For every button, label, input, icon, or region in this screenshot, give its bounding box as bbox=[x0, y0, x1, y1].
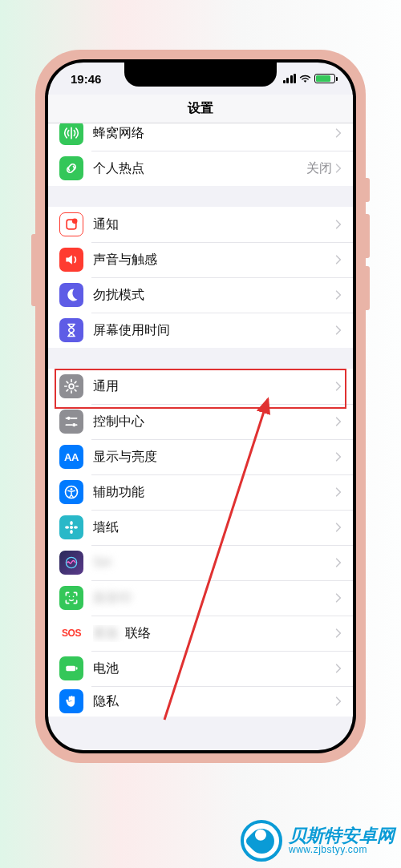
chevron-right-icon bbox=[335, 289, 342, 301]
row-screentime[interactable]: 屏幕使用时间 bbox=[48, 313, 353, 348]
siri-icon bbox=[59, 551, 83, 575]
hourglass-icon bbox=[59, 318, 83, 342]
watermark-logo bbox=[241, 820, 282, 862]
row-label: 隐私 bbox=[93, 693, 335, 710]
row-general[interactable]: 通用 bbox=[48, 369, 353, 404]
svg-point-7 bbox=[70, 526, 73, 529]
row-label: 面容ID bbox=[93, 590, 335, 607]
chevron-right-icon bbox=[335, 219, 342, 230]
row-sounds[interactable]: 声音与触感 bbox=[48, 242, 353, 277]
row-faceid[interactable]: 面容ID bbox=[48, 580, 353, 616]
page-title: 设置 bbox=[188, 100, 213, 117]
row-control-center[interactable]: 控制中心 bbox=[48, 404, 353, 439]
canvas: 19:46 设置 bbox=[0, 0, 401, 868]
row-label: 紧急联络 bbox=[93, 625, 335, 642]
row-label: 勿扰模式 bbox=[93, 287, 335, 304]
row-label: 控制中心 bbox=[93, 414, 335, 430]
svg-point-9 bbox=[70, 530, 73, 534]
chevron-right-icon bbox=[335, 451, 342, 462]
chevron-right-icon bbox=[335, 522, 342, 533]
volume-down-button bbox=[366, 266, 370, 310]
face-id-icon bbox=[59, 586, 83, 610]
flower-icon bbox=[59, 515, 83, 539]
watermark: 贝斯特安卓网 www.zjbstyy.com bbox=[241, 820, 395, 862]
row-label: 蜂窝网络 bbox=[93, 125, 335, 142]
settings-scroll[interactable]: 蜂窝网络 个人热点 关闭 bbox=[48, 123, 353, 750]
svg-rect-16 bbox=[76, 667, 78, 669]
watermark-url: www.zjbstyy.com bbox=[289, 845, 395, 855]
row-wallpaper[interactable]: 墙纸 bbox=[48, 510, 353, 545]
row-privacy[interactable]: 隐私 bbox=[48, 686, 353, 717]
accessibility-icon bbox=[59, 480, 83, 504]
row-dnd[interactable]: 勿扰模式 bbox=[48, 277, 353, 313]
row-sos[interactable]: SOS 紧急联络 bbox=[48, 616, 353, 651]
phone-bezel: 19:46 设置 bbox=[45, 59, 356, 753]
settings-group-network: 蜂窝网络 个人热点 关闭 bbox=[48, 123, 353, 186]
antenna-icon bbox=[59, 123, 83, 145]
chevron-right-icon bbox=[335, 325, 342, 336]
watermark-title: 贝斯特安卓网 bbox=[289, 826, 395, 845]
mute-switch bbox=[366, 178, 370, 202]
svg-point-8 bbox=[70, 521, 73, 525]
row-label: 声音与触感 bbox=[93, 252, 335, 268]
screen: 19:46 设置 bbox=[48, 63, 353, 750]
settings-group-notifications: 通知 声音与触感 bbox=[48, 207, 353, 348]
notch bbox=[124, 63, 277, 87]
svg-point-14 bbox=[73, 596, 75, 598]
row-display[interactable]: AA 显示与亮度 bbox=[48, 439, 353, 474]
hand-icon bbox=[59, 689, 83, 713]
chevron-right-icon bbox=[335, 127, 342, 139]
row-label: 墙纸 bbox=[93, 519, 335, 536]
row-label: 显示与亮度 bbox=[93, 449, 335, 466]
row-label: 个人热点 bbox=[93, 160, 306, 177]
row-siri[interactable]: Siri bbox=[48, 545, 353, 580]
wifi-icon bbox=[299, 74, 311, 83]
chevron-right-icon bbox=[335, 254, 342, 265]
page-title-bar: 设置 bbox=[48, 95, 353, 123]
text-size-icon: AA bbox=[59, 445, 83, 469]
row-hotspot[interactable]: 个人热点 关闭 bbox=[48, 151, 353, 186]
row-battery[interactable]: 电池 bbox=[48, 651, 353, 686]
row-accessibility[interactable]: 辅助功能 bbox=[48, 474, 353, 510]
svg-rect-15 bbox=[66, 666, 75, 672]
chevron-right-icon bbox=[335, 628, 342, 639]
gear-icon bbox=[59, 374, 83, 398]
svg-point-10 bbox=[65, 526, 69, 529]
aa-label: AA bbox=[64, 451, 79, 463]
battery-icon bbox=[314, 74, 335, 83]
svg-point-4 bbox=[72, 423, 75, 426]
svg-point-1 bbox=[72, 219, 78, 224]
status-time: 19:46 bbox=[71, 72, 101, 86]
power-button bbox=[31, 234, 35, 306]
chevron-right-icon bbox=[335, 486, 342, 498]
chevron-right-icon bbox=[335, 592, 342, 604]
svg-point-13 bbox=[69, 596, 71, 598]
speaker-icon bbox=[59, 248, 83, 272]
row-cellular[interactable]: 蜂窝网络 bbox=[48, 123, 353, 151]
sliders-icon bbox=[59, 410, 83, 434]
status-indicators bbox=[283, 74, 336, 83]
notification-icon bbox=[59, 212, 83, 236]
phone-frame: 19:46 设置 bbox=[35, 50, 366, 763]
row-label: 通知 bbox=[93, 216, 335, 233]
row-label: Siri bbox=[93, 555, 335, 570]
row-value: 关闭 bbox=[306, 160, 332, 177]
row-label: 电池 bbox=[93, 660, 335, 677]
sos-icon: SOS bbox=[59, 621, 83, 645]
chevron-right-icon bbox=[335, 381, 342, 392]
svg-point-6 bbox=[71, 488, 73, 491]
chevron-right-icon bbox=[335, 696, 342, 707]
moon-icon bbox=[59, 283, 83, 307]
cellular-signal-icon bbox=[283, 74, 297, 83]
chevron-right-icon bbox=[335, 557, 342, 568]
volume-up-button bbox=[366, 214, 370, 258]
row-notifications[interactable]: 通知 bbox=[48, 207, 353, 242]
chevron-right-icon bbox=[335, 416, 342, 427]
sos-label: SOS bbox=[62, 628, 81, 639]
row-label: 通用 bbox=[93, 378, 335, 395]
chevron-right-icon bbox=[335, 163, 342, 174]
chevron-right-icon bbox=[335, 663, 342, 674]
link-icon bbox=[59, 156, 83, 180]
row-label: 辅助功能 bbox=[93, 484, 335, 501]
svg-point-2 bbox=[69, 384, 74, 389]
